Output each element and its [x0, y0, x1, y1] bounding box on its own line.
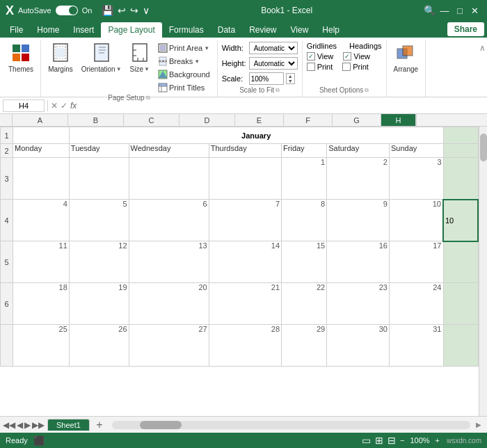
headings-print-checkbox[interactable]: Print — [342, 63, 369, 71]
page-layout-view-icon[interactable]: ⊞ — [375, 435, 383, 446]
zoom-out-btn[interactable]: − — [400, 436, 404, 445]
cell-G7[interactable]: 31 — [389, 325, 443, 367]
margins-button[interactable]: Margins — [45, 42, 76, 74]
cell-H4[interactable]: 10 — [443, 200, 478, 241]
gridlines-view-box[interactable] — [307, 52, 315, 61]
tab-review[interactable]: Review — [242, 22, 283, 38]
col-header-H[interactable]: H — [381, 114, 416, 126]
cancel-formula-icon[interactable]: ✕ — [51, 101, 58, 111]
cell-B6[interactable]: 19 — [69, 283, 129, 325]
tab-home[interactable]: Home — [30, 22, 66, 38]
cell-F7[interactable]: 30 — [327, 325, 390, 367]
scale-up-icon[interactable]: ▲ — [287, 74, 294, 79]
share-button[interactable]: Share — [447, 22, 484, 36]
headings-view-box[interactable] — [343, 52, 351, 61]
ribbon-collapse[interactable]: ∧ — [479, 40, 486, 97]
scale-down-icon[interactable]: ▼ — [287, 79, 294, 83]
width-select[interactable]: Automatic — [249, 42, 298, 54]
cell-B3[interactable] — [69, 158, 129, 200]
sheet-next-icon[interactable]: ▶ — [24, 420, 31, 430]
cell-A2[interactable]: Monday — [13, 144, 70, 158]
cell-E4[interactable]: 8 — [282, 200, 327, 241]
save-icon[interactable]: 💾 — [102, 5, 113, 16]
cell-C2[interactable]: Wednesday — [129, 144, 209, 158]
headings-view-checkbox[interactable]: View — [343, 52, 370, 61]
undo-icon[interactable]: ↩ — [118, 5, 126, 16]
page-break-view-icon[interactable]: ⊟ — [388, 435, 396, 446]
size-button[interactable]: Size ▼ — [127, 42, 152, 74]
autosave-toggle[interactable] — [56, 6, 78, 15]
cell-D6[interactable]: 21 — [209, 283, 281, 325]
cell-H5[interactable] — [443, 241, 478, 283]
col-header-C[interactable]: C — [124, 114, 179, 126]
cell-E7[interactable]: 29 — [282, 325, 327, 367]
cell-F4[interactable]: 9 — [327, 200, 390, 241]
col-header-A[interactable]: A — [13, 114, 68, 126]
sheet-prev-icon[interactable]: ◀ — [17, 420, 23, 430]
page-setup-expand-icon[interactable]: ⧉ — [146, 95, 150, 102]
cell-A3[interactable] — [13, 158, 70, 200]
vertical-scroll-thumb[interactable] — [480, 134, 487, 161]
themes-button[interactable]: Themes — [6, 42, 36, 74]
cell-F6[interactable]: 23 — [327, 283, 390, 325]
scale-to-fit-expand-icon[interactable]: ⧉ — [276, 87, 280, 94]
cell-D2[interactable]: Thurdsday — [209, 144, 281, 158]
cell-B7[interactable]: 26 — [69, 325, 129, 367]
scale-input[interactable] — [249, 72, 284, 85]
gridlines-print-box[interactable] — [307, 63, 315, 71]
cell-H2[interactable] — [443, 144, 478, 158]
cell-B4[interactable]: 5 — [69, 200, 129, 241]
row-header-1[interactable]: 1 — [1, 127, 13, 144]
horizontal-scrollbar[interactable] — [112, 421, 470, 429]
cell-D7[interactable]: 28 — [209, 325, 281, 367]
add-sheet-button[interactable]: + — [93, 418, 106, 432]
customize-icon[interactable]: ∨ — [143, 5, 150, 16]
sheet-tab-sheet1[interactable]: Sheet1 — [47, 419, 90, 431]
print-area-button[interactable]: Print Area ▼ — [155, 42, 213, 54]
tab-page-layout[interactable]: Page Layout — [101, 22, 161, 38]
cell-H1[interactable] — [443, 127, 478, 144]
row-header-2[interactable]: 2 — [1, 144, 13, 158]
print-titles-button[interactable]: Print Titles — [155, 81, 213, 94]
col-header-F[interactable]: F — [284, 114, 333, 126]
horizontal-scroll-thumb[interactable] — [140, 421, 182, 429]
gridlines-print-checkbox[interactable]: Print — [307, 63, 333, 71]
cell-D4[interactable]: 7 — [209, 200, 281, 241]
cell-A5[interactable]: 11 — [13, 241, 70, 283]
scroll-right-arrow[interactable]: ▶ — [476, 421, 481, 429]
orientation-button[interactable]: Orientation ▼ — [79, 42, 125, 74]
redo-icon[interactable]: ↪ — [130, 5, 138, 16]
sheet-last-icon[interactable]: ▶▶ — [32, 420, 45, 430]
col-header-D[interactable]: D — [179, 114, 235, 126]
cell-A7[interactable]: 25 — [13, 325, 70, 367]
grid-scroll[interactable]: 1 January 2 Monday Tuesday Wednesday Thu… — [0, 127, 479, 416]
minimize-btn[interactable]: — — [438, 4, 451, 17]
tab-formulas[interactable]: Formulas — [162, 22, 211, 38]
cell-F2[interactable]: Saturday — [327, 144, 390, 158]
row-header-6[interactable]: 6 — [1, 283, 13, 325]
cell-B5[interactable]: 12 — [69, 241, 129, 283]
cell-H7[interactable] — [443, 325, 478, 367]
cell-B2[interactable]: Tuesday — [69, 144, 129, 158]
row-header-3[interactable]: 3 — [1, 158, 13, 200]
background-button[interactable]: Background — [155, 68, 213, 81]
row-header-7[interactable] — [1, 325, 13, 367]
tab-help[interactable]: Help — [315, 22, 346, 38]
sheet-first-icon[interactable]: ◀◀ — [3, 420, 15, 430]
gridlines-view-checkbox[interactable]: View — [307, 52, 334, 61]
maximize-btn[interactable]: □ — [454, 4, 466, 17]
cell-F3[interactable]: 2 — [327, 158, 390, 200]
tab-view[interactable]: View — [284, 22, 316, 38]
cell-E2[interactable]: Friday — [282, 144, 327, 158]
sheet-options-expand-icon[interactable]: ⧉ — [365, 87, 369, 94]
confirm-formula-icon[interactable]: ✓ — [61, 101, 67, 111]
cell-G3[interactable]: 3 — [389, 158, 443, 200]
cell-H6[interactable] — [443, 283, 478, 325]
cell-E3[interactable]: 1 — [282, 158, 327, 200]
col-header-G[interactable]: G — [333, 114, 381, 126]
headings-print-box[interactable] — [342, 63, 351, 71]
cell-reference-input[interactable] — [3, 99, 45, 112]
cell-C5[interactable]: 13 — [129, 241, 209, 283]
search-icon[interactable]: 🔍 — [424, 5, 436, 16]
breaks-button[interactable]: Breaks ▼ — [155, 55, 213, 67]
